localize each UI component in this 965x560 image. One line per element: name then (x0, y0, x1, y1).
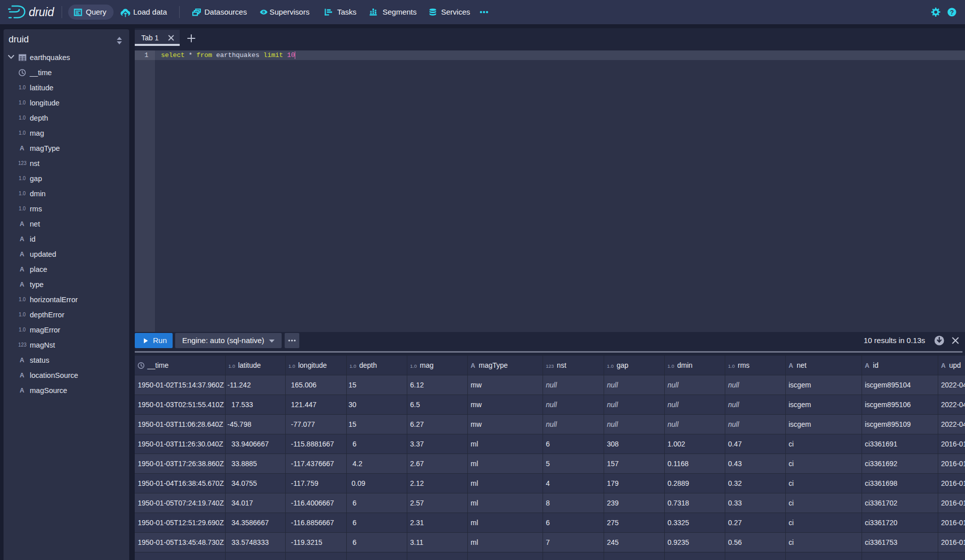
svg-text:?: ? (950, 9, 954, 16)
